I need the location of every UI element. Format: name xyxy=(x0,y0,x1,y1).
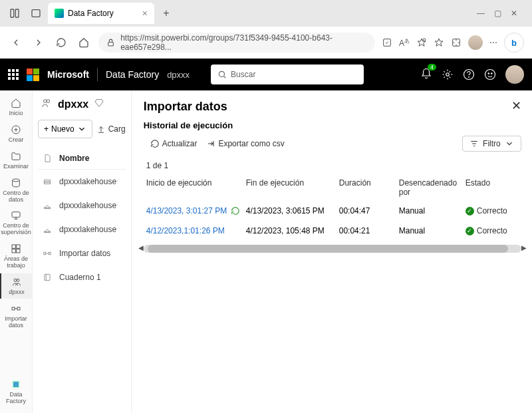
horizontal-scrollbar[interactable]: ◀ ▶ xyxy=(144,245,521,253)
item-name: Importar datos xyxy=(59,249,110,258)
list-item[interactable]: dpxxxlakehouse xyxy=(38,217,126,241)
refresh-runs-button[interactable]: Actualizar xyxy=(150,139,198,148)
list-item[interactable]: dpxxxlakehouse xyxy=(38,194,126,217)
rail-import[interactable]: Importar datos xyxy=(0,300,32,332)
svg-point-22 xyxy=(17,279,19,281)
workspace-icon xyxy=(11,277,22,287)
notebook-icon xyxy=(42,272,53,283)
svg-rect-18 xyxy=(17,245,20,248)
rail-workspaces[interactable]: Áreas de trabajo xyxy=(0,240,32,272)
svg-point-25 xyxy=(44,100,47,103)
bing-button[interactable]: b xyxy=(504,33,524,53)
browser-tab[interactable]: Data Factory × xyxy=(48,3,154,24)
item-name: dpxxxlakehouse xyxy=(59,177,116,186)
col-name: Nombre xyxy=(59,154,89,163)
upload-label: Carg xyxy=(108,124,126,134)
list-item[interactable]: dpxxxlakehouse xyxy=(38,170,126,194)
lakehouse-icon xyxy=(42,200,53,211)
rail-home[interactable]: Inicio xyxy=(0,94,32,120)
user-avatar-icon[interactable] xyxy=(505,65,524,84)
rail-create[interactable]: Crear xyxy=(0,121,32,146)
scroll-left-icon[interactable]: ◀ xyxy=(138,244,144,251)
svg-rect-16 xyxy=(12,212,20,217)
rail-label: dpxxx xyxy=(9,289,25,296)
run-start-link[interactable]: 4/12/2023,1:01:26 PM xyxy=(146,226,246,235)
rail-browse[interactable]: Examinar xyxy=(0,148,32,173)
minimize-button[interactable]: — xyxy=(477,9,485,18)
extensions-icon[interactable] xyxy=(451,37,462,48)
list-item[interactable]: Cuaderno 1 xyxy=(38,265,126,289)
export-label: Exportar como csv xyxy=(218,139,284,148)
url-input[interactable]: https://msit.powerbi.com/groups/731f5349… xyxy=(98,33,375,53)
notifications-button[interactable]: 4 xyxy=(420,68,432,82)
pager-text: 1 de 1 xyxy=(144,161,521,170)
refresh-button[interactable] xyxy=(53,35,69,51)
filter-button[interactable]: Filtro xyxy=(462,136,521,152)
chevron-down-icon xyxy=(505,139,514,148)
refresh-icon xyxy=(150,139,160,148)
scroll-thumb[interactable] xyxy=(148,245,508,253)
rail-workspace-current[interactable]: dpxxx xyxy=(0,273,32,299)
new-button[interactable]: + Nuevo xyxy=(38,120,92,138)
more-button[interactable]: ⋯ xyxy=(489,38,497,47)
maximize-button[interactable]: ▢ xyxy=(494,9,501,18)
favorite-icon[interactable] xyxy=(416,37,427,48)
tab-overview-icon[interactable] xyxy=(27,4,45,23)
scroll-right-icon[interactable]: ▶ xyxy=(521,244,527,251)
search-input[interactable]: Buscar xyxy=(211,65,364,84)
svg-rect-27 xyxy=(44,180,50,182)
url-text: https://msit.powerbi.com/groups/731f5349… xyxy=(120,33,367,52)
profile-avatar-icon[interactable] xyxy=(468,35,483,50)
filter-icon xyxy=(469,139,479,148)
tab-actions-icon[interactable] xyxy=(5,4,24,23)
check-icon: ✓ xyxy=(466,207,474,215)
col-start: Inicio de ejecución xyxy=(146,178,246,197)
rail-datafactory[interactable]: Data Factory xyxy=(0,376,32,408)
app-launcher-icon[interactable] xyxy=(8,69,19,80)
new-tab-button[interactable]: + xyxy=(157,4,176,23)
feedback-icon[interactable] xyxy=(484,69,496,80)
favorites-list-icon[interactable] xyxy=(434,37,444,48)
close-tab-button[interactable]: × xyxy=(142,8,148,19)
lock-icon xyxy=(106,38,115,47)
lakehouse-icon xyxy=(42,176,53,187)
share-icon[interactable] xyxy=(382,37,392,48)
workspace-title: dpxxx xyxy=(58,98,88,110)
svg-point-8 xyxy=(446,73,450,76)
settings-icon[interactable] xyxy=(442,69,454,80)
run-duration: 00:04:47 xyxy=(339,206,399,215)
rail-label: Examinar xyxy=(3,164,29,170)
run-start-link[interactable]: 4/13/2023, 3:01:27 PM xyxy=(146,206,227,215)
help-icon[interactable] xyxy=(463,69,475,80)
svg-point-11 xyxy=(485,70,495,80)
rail-label: Data Factory xyxy=(0,392,32,405)
table-row[interactable]: 4/12/2023,1:01:26 PM 4/12/2023, 105:48 P… xyxy=(144,221,521,241)
home-button[interactable] xyxy=(76,35,92,51)
rerun-icon[interactable] xyxy=(231,206,240,215)
item-name: dpxxxlakehouse xyxy=(59,201,116,210)
rail-monitor[interactable]: Centro de supervisión xyxy=(0,207,32,239)
export-csv-button[interactable]: Exportar como csv xyxy=(206,139,284,148)
list-item[interactable]: Importar datos xyxy=(38,241,126,265)
breadcrumb[interactable]: dpxxx xyxy=(167,70,190,80)
forward-button[interactable] xyxy=(31,35,47,51)
col-duration: Duración xyxy=(339,178,399,197)
close-panel-button[interactable]: ✕ xyxy=(511,98,521,113)
grid-icon xyxy=(11,243,21,254)
back-button[interactable] xyxy=(8,35,24,51)
svg-point-5 xyxy=(423,39,426,41)
svg-rect-17 xyxy=(12,245,15,248)
col-end: Fin de ejecución xyxy=(246,178,339,197)
close-window-button[interactable]: ✕ xyxy=(511,9,517,18)
upload-button[interactable]: Carg xyxy=(96,120,126,138)
item-name: Cuaderno 1 xyxy=(59,273,101,282)
table-header: Inicio de ejecución Fin de ejecución Dur… xyxy=(144,174,521,201)
filter-label: Filtro xyxy=(483,139,501,148)
svg-rect-1 xyxy=(15,9,19,17)
table-row[interactable]: 4/13/2023, 3:01:27 PM 4/13/2023, 3:0615 … xyxy=(144,201,521,221)
rail-datahub[interactable]: Centro de datos xyxy=(0,174,32,206)
workspace-diamond-icon[interactable] xyxy=(94,98,104,111)
plus-circle-icon xyxy=(11,124,21,135)
text-size-icon[interactable]: Aあ xyxy=(399,37,410,48)
upload-icon xyxy=(96,124,106,134)
